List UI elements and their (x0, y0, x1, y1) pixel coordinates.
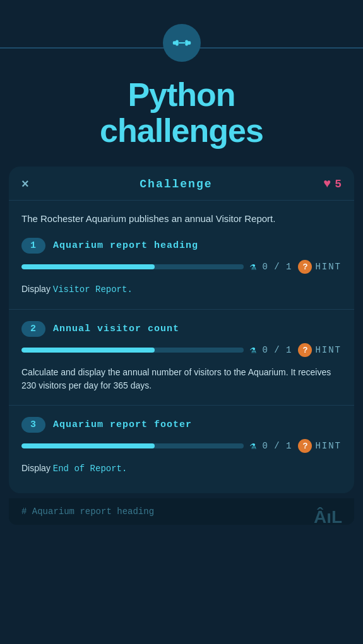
flask-icon-1: ⚗ (250, 261, 256, 273)
watermark: ÂıL (314, 505, 352, 531)
top-area: Python challenges (0, 0, 363, 167)
challenge-1-progress-row: ⚗ 0 / 1 ? HINT (21, 260, 342, 274)
challenge-3-sub-desc: Display End of Report. (21, 459, 342, 483)
hint-circle-2: ? (298, 343, 312, 357)
svg-rect-2 (176, 40, 178, 46)
card-description: The Rochester Aquarium publishes an annu… (9, 201, 354, 233)
divider-2 (9, 405, 354, 406)
card-title: Challenge (140, 178, 212, 190)
challenge-1-score: 0 / 1 (262, 262, 292, 272)
challenge-3-section: 3 Aquarium report footer ⚗ 0 / 1 ? HINT … (9, 412, 354, 486)
challenge-1-progress-bar (21, 264, 244, 269)
challenge-1-number: 1 (21, 238, 45, 254)
hearts-count: 5 (335, 178, 342, 190)
svg-rect-4 (178, 42, 185, 44)
challenge-3-code: End of Report. (53, 464, 128, 474)
dumbbell-icon (163, 24, 201, 62)
hint-label-1: HINT (315, 262, 342, 272)
flask-icon-2: ⚗ (250, 344, 256, 356)
code-hint-text: # Aquarium report heading (21, 506, 154, 517)
hint-label-3: HINT (315, 441, 342, 451)
challenge-1-section: 1 Aquarium report heading ⚗ 0 / 1 ? HINT… (9, 233, 354, 307)
svg-rect-3 (185, 40, 187, 46)
challenge-1-name: Aquarium report heading (53, 240, 198, 251)
flask-icon-3: ⚗ (250, 440, 256, 452)
challenge-2-score: 0 / 1 (262, 345, 292, 355)
challenge-1-label-row: 1 Aquarium report heading (21, 238, 342, 254)
challenge-2-name: Annual visitor count (53, 324, 179, 334)
challenge-3-progress-row: ⚗ 0 / 1 ? HINT (21, 439, 342, 453)
challenge-3-hint-button[interactable]: ? HINT (298, 439, 342, 453)
challenge-1-progress-fill (21, 264, 155, 269)
challenge-3-progress-fill (21, 443, 155, 448)
hint-label-2: HINT (315, 345, 342, 355)
challenge-2-number: 2 (21, 321, 45, 337)
challenge-2-progress-bar (21, 348, 244, 353)
challenge-1-code: Visitor Report. (53, 284, 133, 295)
challenge-1-hint-button[interactable]: ? HINT (298, 260, 342, 274)
challenge-3-name: Aquarium report footer (53, 419, 192, 430)
page-title: Python challenges (100, 77, 263, 149)
heart-icon: ♥ (323, 177, 331, 191)
challenge-card: × Challenge ♥ 5 The Rochester Aquarium p… (9, 167, 354, 493)
challenge-1-sub-desc: Display Visitor Report. (21, 280, 342, 304)
challenge-2-progress-row: ⚗ 0 / 1 ? HINT (21, 343, 342, 357)
challenge-2-progress-fill (21, 348, 155, 353)
divider-1 (9, 309, 354, 310)
challenge-3-progress-bar (21, 443, 244, 448)
code-hint-area: # Aquarium report heading (9, 498, 354, 525)
svg-text:ÂıL: ÂıL (314, 507, 342, 527)
hearts-area: ♥ 5 (323, 177, 342, 191)
challenge-2-sub-desc: Calculate and display the annual number … (21, 363, 342, 400)
card-header: × Challenge ♥ 5 (9, 167, 354, 201)
close-button[interactable]: × (21, 177, 29, 191)
challenge-2-label-row: 2 Annual visitor count (21, 321, 342, 337)
challenge-2-hint-button[interactable]: ? HINT (298, 343, 342, 357)
bottom-area: # Aquarium report heading ÂıL (0, 498, 363, 537)
challenge-2-section: 2 Annual visitor count ⚗ 0 / 1 ? HINT Ca… (9, 316, 354, 402)
challenge-3-label-row: 3 Aquarium report footer (21, 417, 342, 433)
hint-circle-3: ? (298, 439, 312, 453)
hint-circle-1: ? (298, 260, 312, 274)
challenge-3-score: 0 / 1 (262, 441, 292, 451)
challenge-3-number: 3 (21, 417, 45, 433)
